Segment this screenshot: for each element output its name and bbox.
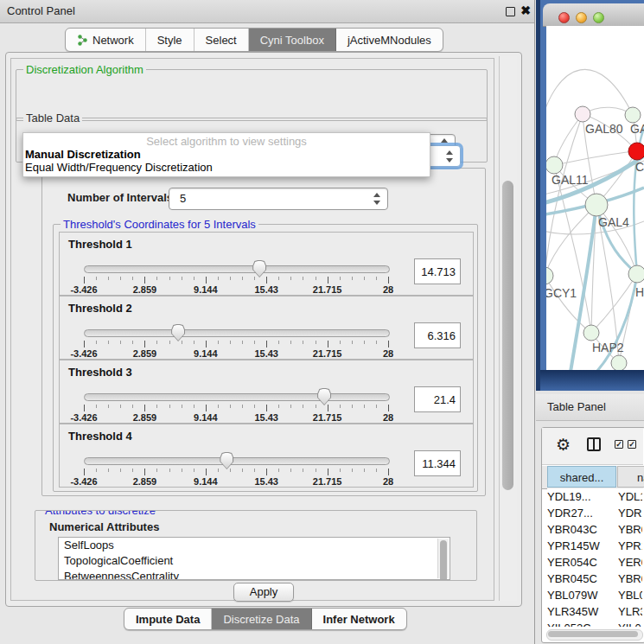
network-node-ga[interactable] [625,107,641,123]
network-canvas[interactable]: GAL80GACGAL11GAL4GCY1HHAP2 [546,26,644,370]
threshold-3-slider[interactable]: -3.4262.8599.14415.4321.71528 [84,390,388,418]
threshold-4-value-input[interactable] [414,450,461,476]
attribute-item-betweennesscentrality[interactable]: BetweennessCentrality [59,569,450,580]
tab-jactivemnodules[interactable]: jActiveMNodules [336,29,443,51]
slider-tick-label: 21.715 [313,348,342,359]
tab-impute-data[interactable]: Impute Data [124,609,212,629]
tab-discretize-data[interactable]: Discretize Data [212,609,311,629]
threshold-1-slider[interactable]: -3.4262.8599.14415.4321.71528 [84,262,388,290]
slider-tick-mark [108,277,109,280]
slider-tick-mark [254,341,255,344]
dropdown-item-equal-width[interactable]: Equal Width/Frequency Discretization [25,161,213,174]
slider-tick-label: -3.426 [70,412,97,423]
threshold-2-value-input[interactable] [414,322,461,348]
float-window-icon[interactable] [506,7,515,16]
table-row[interactable]: YBL079WYBL0 [547,587,644,603]
attribute-item-topologicalcoefficient[interactable]: TopologicalCoefficient [59,553,450,569]
dropdown-prompt: Select algorithm to view settings [23,135,430,148]
slider-tick-label: 28 [383,348,393,359]
slider-tick-label: 2.859 [133,412,157,423]
close-traffic-light-icon[interactable] [558,12,570,23]
dropdown-item-manual-discretization[interactable]: Manual Discretization [25,148,141,161]
slider-tick-mark [156,469,157,472]
slider-handle[interactable] [220,452,233,469]
table-horizontal-scrollbar[interactable] [546,629,643,641]
threshold-4-slider[interactable]: -3.4262.8599.14415.4321.71528 [84,454,388,481]
interval-definition-group: Interval Definition Number of Intervals … [41,168,486,496]
slider-track[interactable] [84,457,390,465]
zoom-traffic-light-icon[interactable] [593,12,604,23]
minimize-traffic-light-icon[interactable] [576,12,587,23]
tab-network[interactable]: Network [66,29,146,51]
network-edge[interactable] [546,69,633,128]
network-node-gal4[interactable] [585,194,608,216]
slider-tick-label: 28 [383,412,393,423]
slider-tick-mark [242,405,243,408]
network-node-h[interactable] [628,265,644,283]
table-row[interactable]: YDL19...YDL1 [547,488,644,505]
threshold-2-panel: Threshold 2 -3.4262.8599.14415.4321.7152… [59,296,474,360]
close-icon[interactable]: ✖ [520,3,531,17]
attribute-item-selfloops[interactable]: SelfLoops [59,538,450,553]
slider-handle[interactable] [171,324,185,341]
slider-tick-mark [169,405,170,408]
table-row[interactable]: YDR27...YDR2 [547,505,644,521]
slider-tick-mark [352,405,353,408]
table-row[interactable]: YLR345WYLR3 [547,603,644,620]
cell-name: YBR0 [618,571,642,587]
attributes-list-scrollbar[interactable] [437,539,449,578]
slider-tick-mark [218,341,219,344]
panel-scrollbar-thumb[interactable] [502,181,513,490]
slider-track[interactable] [84,393,390,401]
table-row[interactable]: YPR145WYPR1 [547,538,644,554]
network-window-titlebar[interactable] [543,3,644,27]
combo-stepper-icon[interactable] [446,150,454,163]
network-node-gal80[interactable] [575,106,590,122]
column-header-name[interactable]: na [617,466,644,488]
network-node[interactable] [611,355,627,370]
table-row[interactable]: YBR045CYBR0 [547,571,644,587]
slider-tick-mark [230,341,231,344]
scrollbar-thumb[interactable] [440,540,447,580]
slider-handle[interactable] [317,388,331,405]
threshold-1-value-input[interactable] [414,258,461,284]
table-row[interactable]: YER054CYER0 [547,554,644,571]
tab-style[interactable]: Style [146,29,194,51]
slider-track[interactable] [84,265,390,273]
slider-ticks [84,405,388,412]
network-node-gcy1[interactable] [546,267,553,284]
cell-shared-name: YLR345W [547,603,618,620]
network-node-hap2[interactable] [583,325,599,341]
network-graph[interactable]: GAL80GACGAL11GAL4GCY1HHAP2 [546,26,644,370]
control-panel-titlebar[interactable]: Control Panel ✖ [0,0,534,23]
column-header-shared-name[interactable]: shared... [547,466,616,488]
network-node-label: C [635,160,644,174]
slider-handle[interactable] [252,260,266,277]
threshold-2-slider[interactable]: -3.4262.8599.14415.4321.71528 [84,326,388,354]
numerical-attributes-list[interactable]: SelfLoops TopologicalCoefficient Between… [58,537,450,580]
network-node-gal11[interactable] [546,156,563,174]
table-row[interactable]: YBR043CYBR0 [547,521,644,538]
threshold-3-panel: Threshold 3 -3.4262.8599.14415.4321.7152… [59,360,474,424]
slider-tick-mark [303,341,303,344]
tab-cyni-toolbox[interactable]: Cyni Toolbox [249,29,336,51]
tab-select[interactable]: Select [194,29,249,51]
checkbox-icon[interactable]: ✓ [615,440,623,449]
spinner-stepper-icon[interactable] [373,193,381,205]
slider-tick-mark [254,277,255,280]
slider-track[interactable] [84,329,390,337]
split-column-icon[interactable] [587,437,601,451]
table-panel-titlebar[interactable]: Table Panel [536,394,644,421]
table-row[interactable]: YIL052CYIL0 [547,620,644,627]
panel-scrollbar[interactable] [499,56,517,601]
table-body[interactable]: YDL19...YDL1 YDR27...YDR2 YBR043CYBR0 YP… [547,488,644,627]
slider-tick-label: 15.43 [254,284,278,295]
scrollbar-thumb[interactable] [548,631,638,637]
apply-button[interactable]: Apply [233,583,294,602]
checkbox-icon[interactable]: ✓ [628,440,636,449]
gear-icon[interactable]: ⚙ [556,435,571,455]
number-of-intervals-spinner[interactable]: 5 [169,188,388,210]
threshold-3-value-input[interactable] [414,386,461,412]
network-node-c[interactable] [628,143,644,160]
tab-infer-network[interactable]: Infer Network [312,609,406,629]
